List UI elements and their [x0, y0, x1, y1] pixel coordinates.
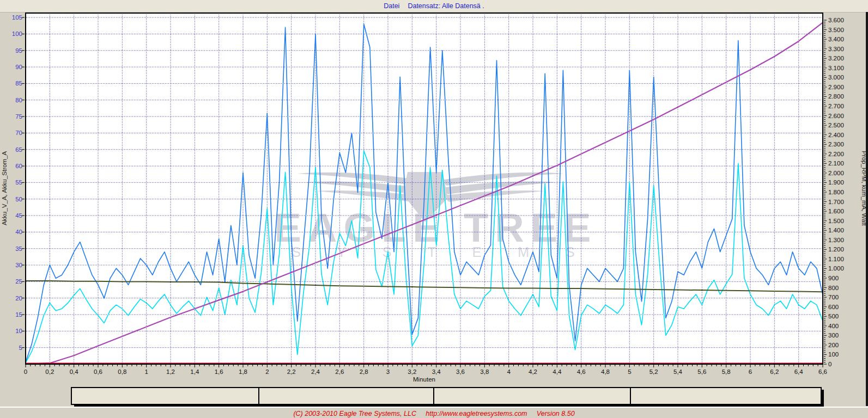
x-tick-label: 2 [265, 368, 269, 375]
legend-cell-akku-v-prop-rpm: Akku_V_A ( Alle Datensä ) : Min 20.72 Ma… [72, 388, 258, 404]
x-tick-label: 3,8 [480, 368, 489, 375]
y-right-tick-label: 2.600 [828, 113, 844, 119]
y-right-tick-label: 3.600 [828, 17, 844, 23]
x-axis-title: Minuten [413, 376, 435, 383]
y-left-tick-label: 105 [12, 14, 22, 21]
app-window: { "menu": { "items": [ {"label": "Datei"… [0, 0, 868, 418]
x-tick-label: 3,6 [456, 368, 465, 375]
y-right-tick-label: 3.000 [828, 74, 844, 81]
y-right-tick-label: 2.300 [828, 141, 844, 147]
y-right-tick-label: 800 [828, 285, 839, 291]
y-right-tick-label: 2.700 [828, 103, 844, 109]
y-right-tick-label: 1.000 [828, 265, 844, 272]
y-right-tick-label: 1.800 [828, 189, 844, 195]
y-left-axis-title: Akku_V_A, Akku_Strom_A [1, 151, 8, 225]
x-tick-label: 5,2 [650, 368, 658, 375]
legend-cell-akku-strom: Akku_Strom_A ( Alle Datensä ) : Min 0.55… [258, 388, 433, 404]
y-left-tick-label: 45 [15, 212, 22, 219]
y-left-tick-label: 70 [15, 130, 22, 136]
y-right-tick-label: 3.300 [828, 46, 844, 52]
y-right-tick-label: 2.100 [828, 160, 844, 167]
y-left-tick-label: 35 [15, 245, 22, 252]
y-left-tick-label: 85 [15, 80, 22, 87]
y-left-tick-label: 65 [15, 146, 22, 153]
x-tick-label: 5,4 [673, 368, 683, 375]
y-right-tick-label: 3.500 [828, 27, 844, 33]
legend-cell-kum-ma: kum_mA ( Alle Datensä ) : Min 0.00 Max 3… [630, 388, 821, 404]
y-right-tick-label: 300 [828, 332, 839, 339]
y-right-tick-label: 2.900 [828, 84, 844, 90]
y-left-tick-label: 40 [15, 229, 22, 235]
chart-canvas: EAGLE TREES Y S T E M S51015202530354045… [0, 13, 868, 386]
y-right-tick-label: 0 [828, 361, 831, 367]
x-tick-label: 3,4 [432, 368, 441, 375]
status-bar: (C) 2003-2010 Eagle Tree Systems, LLC ht… [0, 407, 868, 418]
y-right-tick-label: 3.200 [828, 55, 844, 62]
y-left-tick-label: 30 [15, 262, 22, 268]
y-right-tick-label: 1.600 [828, 208, 844, 214]
y-left-tick-label: 20 [15, 295, 22, 302]
y-left-tick-label: 50 [15, 196, 22, 202]
x-tick-label: 3,2 [408, 368, 416, 375]
y-right-tick-label: 1.200 [828, 246, 844, 253]
y-right-tick-label: 200 [828, 342, 839, 348]
y-right-tick-label: 1.900 [828, 179, 844, 186]
x-tick-label: 0,6 [94, 368, 102, 375]
x-tick-label: 4 [507, 368, 511, 375]
y-left-tick-label: 5 [19, 345, 22, 351]
x-tick-label: 0 [24, 368, 27, 375]
x-tick-label: 4,8 [601, 368, 610, 375]
y-left-tick-label: 100 [12, 30, 22, 37]
y-right-tick-label: 1.100 [828, 256, 844, 262]
y-right-tick-label: 2.800 [828, 93, 844, 100]
y-right-tick-label: 2.000 [828, 170, 844, 176]
y-left-tick-label: 10 [15, 328, 22, 334]
y-left-tick-label: 95 [15, 47, 22, 54]
x-tick-label: 3 [386, 368, 390, 375]
x-tick-label: 2,4 [311, 368, 320, 375]
y-right-tick-label: 400 [828, 323, 839, 329]
y-right-tick-label: 2.200 [828, 151, 844, 157]
x-tick-label: 6,6 [818, 368, 827, 375]
y-right-tick-label: 3.400 [828, 36, 844, 42]
y-left-tick-label: 80 [15, 97, 22, 103]
x-tick-label: 0,4 [70, 368, 79, 375]
x-tick-label: 0,8 [118, 368, 126, 375]
x-tick-label: 2,2 [287, 368, 296, 375]
menu-bar: Datei Datensatz: Alle Datensä . [0, 0, 868, 13]
legend-box: Akku_V_A ( Alle Datensä ) : Min 20.72 Ma… [71, 387, 822, 405]
y-left-tick-label: 60 [15, 163, 22, 169]
legend-area: Akku_V_A ( Alle Datensä ) : Min 20.72 Ma… [0, 386, 868, 407]
x-tick-label: 2,6 [335, 368, 344, 375]
menu-item-datei[interactable]: Datei [384, 2, 399, 10]
window-right-border [866, 12, 868, 406]
menu-item-datensatz[interactable]: Datensatz: Alle Datensä . [408, 2, 484, 10]
y-right-tick-label: 2.400 [828, 132, 844, 138]
y-right-tick-label: 700 [828, 294, 839, 300]
legend-cell-watt: Watt ( Alle Datensä ) : Min 13.89 Max 22… [433, 388, 630, 404]
x-tick-label: 0,2 [45, 368, 54, 375]
y-right-tick-label: 500 [828, 313, 839, 319]
y-right-tick-label: 1.300 [828, 237, 844, 243]
x-tick-label: 6,2 [770, 368, 779, 375]
x-tick-label: 1 [144, 368, 148, 375]
chart-panel: EAGLE TREES Y S T E M S51015202530354045… [0, 13, 868, 386]
x-tick-label: 4,4 [553, 368, 562, 375]
y-right-tick-label: 1.700 [828, 199, 844, 205]
y-left-tick-label: 75 [15, 113, 22, 120]
x-tick-label: 5,8 [722, 368, 731, 375]
x-tick-label: 1,4 [190, 368, 199, 375]
y-right-tick-label: 2.500 [828, 122, 844, 128]
x-tick-label: 1,6 [215, 368, 223, 375]
y-right-tick-label: 3.100 [828, 65, 844, 71]
x-tick-label: 5 [628, 368, 631, 375]
copyright-text: (C) 2003-2010 Eagle Tree Systems, LLC ht… [293, 410, 574, 417]
y-right-tick-label: 1.400 [828, 227, 844, 233]
x-tick-label: 6,4 [794, 368, 804, 375]
x-tick-label: 6 [749, 368, 752, 375]
y-right-tick-label: 900 [828, 275, 839, 281]
y-right-tick-label: 1.500 [828, 218, 844, 224]
x-tick-label: 1,8 [239, 368, 247, 375]
y-left-tick-label: 55 [15, 179, 22, 186]
x-tick-label: 5,6 [697, 368, 706, 375]
